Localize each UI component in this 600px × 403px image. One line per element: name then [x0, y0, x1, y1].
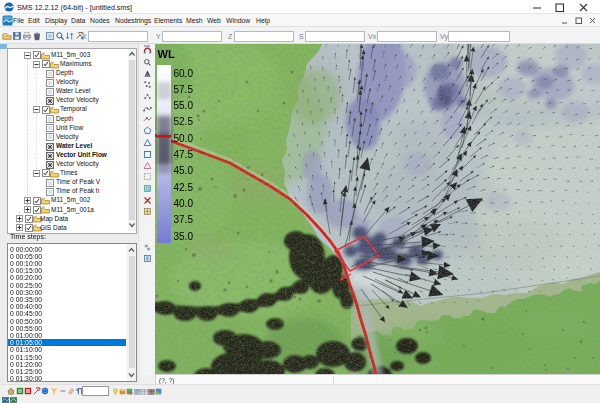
- svg-text:57.5: 57.5: [174, 84, 194, 95]
- svg-text:45.0: 45.0: [174, 165, 194, 176]
- svg-text:60.0: 60.0: [174, 68, 194, 79]
- svg-text:WL: WL: [158, 48, 175, 60]
- svg-text:37.5: 37.5: [174, 214, 194, 225]
- svg-text:50.0: 50.0: [174, 133, 194, 144]
- svg-text:42.5: 42.5: [174, 182, 194, 193]
- svg-text:40.0: 40.0: [174, 198, 194, 209]
- svg-text:35.0: 35.0: [174, 231, 194, 242]
- svg-text:47.5: 47.5: [174, 149, 194, 160]
- svg-text:55.0: 55.0: [174, 100, 194, 111]
- svg-text:52.5: 52.5: [174, 116, 194, 127]
